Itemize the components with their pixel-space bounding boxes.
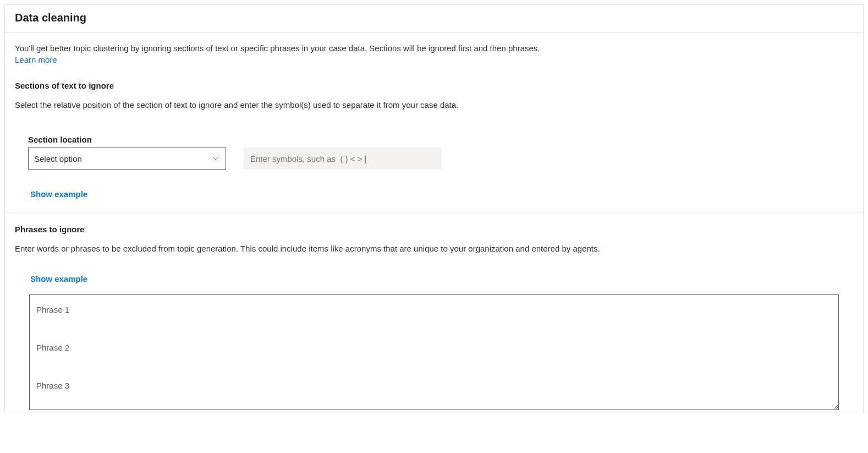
symbols-input[interactable] (244, 148, 442, 170)
show-example-sections-link[interactable]: Show example (30, 189, 87, 199)
phrases-description: Enter words or phrases to be excluded fr… (15, 243, 708, 255)
panel-content: You'll get better topic clustering by ig… (5, 32, 863, 412)
data-cleaning-panel: Data cleaning You'll get better topic cl… (4, 4, 864, 412)
intro-text: You'll get better topic clustering by ig… (15, 42, 853, 54)
section-location-row: Section location Select option (15, 135, 853, 170)
phrases-textarea[interactable] (29, 294, 839, 410)
sections-heading: Sections of text to ignore (15, 81, 853, 90)
panel-header: Data cleaning (5, 5, 863, 32)
symbols-field (244, 148, 442, 170)
phrases-section: Phrases to ignore Enter words or phrases… (15, 212, 853, 412)
section-location-select-wrap: Select option (28, 148, 226, 170)
show-example-phrases-link[interactable]: Show example (30, 274, 87, 283)
sections-description: Select the relative position of the sect… (15, 99, 853, 111)
section-location-label: Section location (28, 135, 226, 144)
phrases-heading: Phrases to ignore (15, 225, 853, 234)
section-location-select[interactable]: Select option (28, 148, 226, 170)
section-location-field: Section location Select option (28, 135, 226, 170)
learn-more-link[interactable]: Learn more (15, 55, 57, 64)
page-title: Data cleaning (15, 12, 853, 24)
